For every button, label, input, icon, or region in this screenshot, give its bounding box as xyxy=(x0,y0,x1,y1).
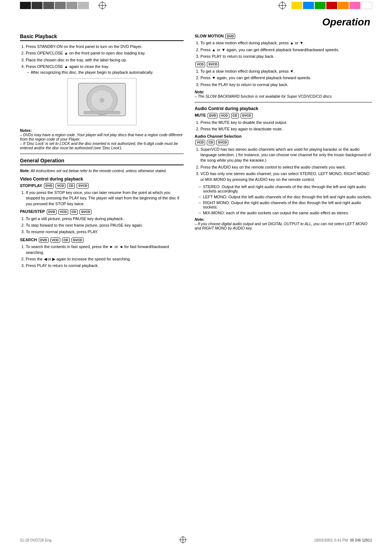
search-steps: To search the contents in fast speed, pr… xyxy=(20,244,184,269)
slow-motion-dvd-steps: To get a slow motion effect during playb… xyxy=(195,40,372,59)
badge-vcd-sm: VCD xyxy=(195,62,205,67)
slow-motion-vcd-format: VCD SVCD xyxy=(195,62,372,67)
right-color-swatches xyxy=(291,2,372,9)
arrow-stereo: → STEREO: Output the left and right audi… xyxy=(197,185,372,193)
badge-svcd-1: SVCD xyxy=(77,183,89,189)
slow-dvd-1: To get a slow motion effect during playb… xyxy=(200,40,372,46)
badge-cd-2: CD xyxy=(70,209,78,215)
basic-step-1: Press STANDBY-ON on the front panel to t… xyxy=(26,44,184,49)
swatch-gray2 xyxy=(55,2,66,9)
disc-image-area xyxy=(20,78,184,125)
note-1: – DVDs may have a region code. Your play… xyxy=(20,133,182,141)
basic-step-2: Press OPEN/CLOSE ▲ on the front panel to… xyxy=(26,50,184,56)
search-step-2: Press the ◀ or ▶ again to increase the s… xyxy=(26,256,184,262)
pause-step-steps: To get a still picture, press PAUSE key … xyxy=(20,216,184,235)
badge-cd-mute: CD xyxy=(231,113,239,118)
footer-center xyxy=(179,536,187,544)
slow-dvd-3: Press PLAY to return to normal play back… xyxy=(200,54,372,59)
swatch-blue xyxy=(303,2,314,9)
swatch-yellow xyxy=(291,2,302,9)
swatch-red xyxy=(326,2,337,9)
badge-svcd-acs: SVCD xyxy=(216,140,228,145)
page-title: Operation xyxy=(322,16,370,28)
crosshair-right xyxy=(278,1,287,11)
mute-subtitle: MUTE DVD VCD CD SVCD xyxy=(195,113,372,118)
audio-control-title: Audio Control during playback xyxy=(195,106,372,111)
swatch-green xyxy=(315,2,326,9)
arrow-note: → After recognizing this disc, the playe… xyxy=(26,70,153,74)
audio-ch-step-1: SuperVCD has two stereo audio channels w… xyxy=(200,147,372,163)
crosshair-left xyxy=(98,1,107,11)
stop-play-section: STOP/PLAY DVD VCD CD SVCD If you press t… xyxy=(20,183,184,207)
mute-step-2: Press the MUTE key again to deactivate m… xyxy=(200,126,372,132)
general-operation-section: General Operation Note: All instructions… xyxy=(20,158,184,269)
right-column: SLOW MOTION DVD To get a slow motion eff… xyxy=(195,33,372,271)
swatch-black xyxy=(20,2,31,9)
slow-vcd-1: To get a slow motion effect during playb… xyxy=(200,69,372,74)
slow-vcd-3: Press the PLAY key to return to normal p… xyxy=(200,82,372,88)
basic-playback-steps: Press STANDBY-ON on the front panel to t… xyxy=(20,44,184,75)
badge-svcd-mute: SVCD xyxy=(241,113,253,118)
stop-play-steps: If you press the STOP key once, you can … xyxy=(20,190,184,207)
pause-step-3: To resume normal playback, press PLAY. xyxy=(26,229,184,235)
video-control-section: Video Control during playback STOP/PLAY … xyxy=(20,177,184,269)
swatch-pink xyxy=(350,2,360,9)
badge-dvd-1: DVD xyxy=(44,183,54,189)
search-step-3: Press PLAY to return to normal playback. xyxy=(26,263,184,268)
search-step-1: To search the contents in fast speed, pr… xyxy=(26,244,184,255)
main-content: Basic Playback Press STANDBY-ON on the f… xyxy=(0,30,392,275)
arrow-mix-mono: → MIX-MONO: each of the audio sockets ca… xyxy=(197,211,372,215)
slow-motion-vcd-steps: To get a slow motion effect during playb… xyxy=(195,69,372,88)
badge-cd-acs: CD xyxy=(207,140,215,145)
audio-channel-note-text: – If you choose digital audio output and… xyxy=(195,222,367,230)
pause-step-section: PAUSE/STEP DVD VCD CD SVCD To get a stil… xyxy=(20,209,184,235)
slow-vcd-2: Press ▼ again, you can get different pla… xyxy=(200,75,372,81)
audio-ch-step-2: Press the AUDIO key on the remote contro… xyxy=(200,165,372,170)
basic-step-4: Press OPEN/CLOSE ▲ again to close the tr… xyxy=(26,64,184,75)
mute-step-1: Press the MUTE key to disable the sound … xyxy=(200,120,372,125)
note-2: – If 'Disc Lock' is set to LOCK and the … xyxy=(20,141,178,150)
swatch-orange xyxy=(338,2,349,9)
badge-dvd-3: DVD xyxy=(39,238,49,243)
stop-play-subtitle: STOP/PLAY DVD VCD CD SVCD xyxy=(20,183,184,189)
top-color-bar xyxy=(0,0,392,11)
search-section: SEARCH DVD VCD CD SVCD To search the con… xyxy=(20,237,184,269)
video-control-title: Video Control during playback xyxy=(20,177,184,182)
general-operation-title: General Operation xyxy=(20,158,184,165)
audio-channel-steps: SuperVCD has two stereo audio channels w… xyxy=(195,147,372,182)
left-column: Basic Playback Press STANDBY-ON on the f… xyxy=(20,33,184,271)
slow-motion-section: SLOW MOTION DVD To get a slow motion eff… xyxy=(195,33,372,98)
swatch-gray1 xyxy=(43,2,54,9)
badge-vcd-2: VCD xyxy=(58,209,68,215)
slow-motion-note: Note: – The SLOW BACKWARD function is no… xyxy=(195,90,372,98)
svg-point-9 xyxy=(100,98,104,102)
swatch-dark xyxy=(32,2,42,9)
audio-channel-formats: VCD CD SVCD xyxy=(195,139,372,145)
mute-steps: Press the MUTE key to disable the sound … xyxy=(195,120,372,132)
disc-svg xyxy=(75,81,129,121)
section-divider xyxy=(20,154,184,154)
audio-channel-title: Audio Channel Selection xyxy=(195,134,372,138)
slow-dvd-2: Press ▲ or ▼ again, you can get differen… xyxy=(200,47,372,53)
notes-label: Notes: xyxy=(20,128,32,133)
svg-rect-12 xyxy=(84,111,120,114)
pause-step-1: To get a still picture, press PAUSE key … xyxy=(26,216,184,222)
badge-vcd-acs: VCD xyxy=(195,140,205,145)
swatch-gray4 xyxy=(78,2,89,9)
badge-cd-3: CD xyxy=(62,238,70,243)
audio-control-section: Audio Control during playback MUTE DVD V… xyxy=(195,106,372,230)
swatch-white xyxy=(361,2,372,9)
footer-right: 18/03/2003, 5:41 PM 39 246 12911 xyxy=(314,538,372,542)
badge-svcd-3: SVCD xyxy=(72,238,83,243)
audio-channel-note: Note: – If you choose digital audio outp… xyxy=(195,217,372,230)
audio-arrow-notes: → STEREO: Output the left and right audi… xyxy=(195,185,372,215)
audio-ch-step-3: VCD has only one stereo audio channel, y… xyxy=(200,171,372,182)
section-divider-2 xyxy=(195,102,372,102)
left-color-swatches xyxy=(20,2,89,9)
arrow-left-mono: → LEFT MONO: Output the left audio chann… xyxy=(197,195,372,199)
arrow-right-mono: → RIGHT MONO: Output the right audio cha… xyxy=(197,200,372,209)
badge-dvd-2: DVD xyxy=(47,209,57,215)
badge-dvd-mute: DVD xyxy=(208,113,217,118)
badge-vcd-mute: VCD xyxy=(220,113,229,118)
badge-svcd-sm: SVCD xyxy=(207,62,219,67)
